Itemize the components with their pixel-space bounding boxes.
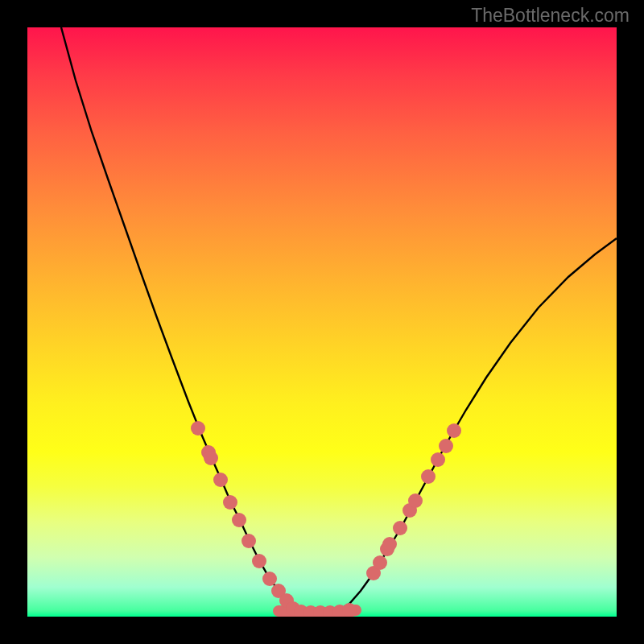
data-point: [232, 513, 246, 527]
plot-area: [27, 27, 617, 617]
data-point: [393, 521, 407, 535]
data-point: [342, 603, 357, 617]
data-point: [252, 554, 266, 568]
data-point: [447, 423, 461, 438]
data-point: [431, 452, 445, 467]
data-point: [223, 495, 237, 510]
data-point: [408, 493, 423, 508]
data-point: [191, 421, 205, 436]
data-point: [439, 439, 453, 453]
data-point: [204, 451, 218, 465]
watermark-text: TheBottleneck.com: [471, 5, 630, 27]
chart-curves: [27, 27, 617, 617]
data-point: [213, 473, 228, 487]
data-point: [421, 469, 436, 484]
data-point: [242, 534, 256, 548]
curve-left: [61, 27, 305, 611]
data-point: [373, 555, 387, 570]
data-point: [382, 537, 397, 551]
